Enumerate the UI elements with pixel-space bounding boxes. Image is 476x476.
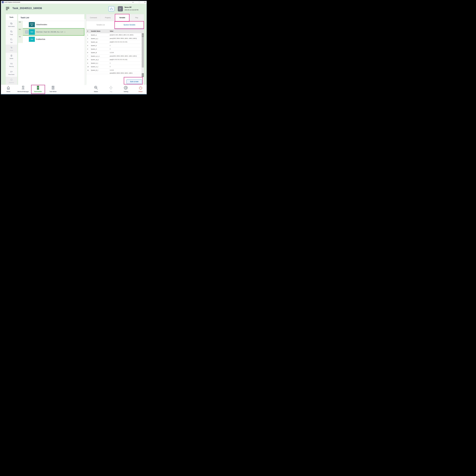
cell-num: 1 <box>86 34 91 36</box>
cell-name: System_B <box>91 52 110 53</box>
tool-item[interactable]: Paste <box>6 45 17 53</box>
maximize-button[interactable] <box>138 1 141 4</box>
tool-item[interactable]: Cut <box>6 37 17 45</box>
page-title: Task_20240513_160036 <box>12 7 42 10</box>
variable-subtab-bar: Variable List System Variable <box>86 21 144 29</box>
table-row[interactable]: 1 System_a posx(0.0, 34.5, 1652.5, 180.0… <box>86 33 144 37</box>
tool-item-label: Cut <box>11 42 12 43</box>
nav-item-label: Task Builder <box>30 91 46 92</box>
nav-item-label: Home <box>0 91 17 92</box>
nav-item[interactable]: Workcell Manager <box>15 85 31 92</box>
cell-value: 1 <box>110 62 144 65</box>
nav-item[interactable]: Task Builder <box>30 85 46 92</box>
tab[interactable]: Play <box>130 14 144 21</box>
task-list-panel: Task List 000 Global Var. GlobalVariable… <box>18 14 84 85</box>
scroll-down-button[interactable]: ▼ <box>142 73 144 77</box>
task-row[interactable]: 002 End EndMainSub <box>18 36 84 43</box>
nav-item[interactable]: Home <box>0 85 17 92</box>
cell-num: 4 <box>86 45 91 46</box>
manual-hand-icon[interactable] <box>118 6 123 11</box>
task-row-badge: End <box>29 37 35 42</box>
cell-num: 10 <box>86 66 91 68</box>
subtab[interactable]: System Variable <box>115 21 144 29</box>
table-row[interactable]: 7 System_a_1_1 posx(100.0, 500.0, 500.0,… <box>86 54 144 58</box>
nav-item[interactable]: Setting <box>118 85 134 92</box>
nav-item[interactable]: Power <box>133 85 148 92</box>
nav-item[interactable]: Status <box>88 85 104 92</box>
edit-add-button[interactable]: Edit & Add <box>126 79 142 84</box>
col-header-num: # <box>86 30 91 32</box>
table-row[interactable]: posx(400.0, 500.0, 500.0, 180.0, -180.0, <box>86 72 144 74</box>
tool-item-label: Delete <box>10 58 13 59</box>
close-button[interactable]: ✕ <box>144 1 146 4</box>
cell-name: System_a_1 <box>91 38 110 39</box>
chevron-down-icon[interactable] <box>25 30 29 34</box>
cell-name: System_b_1 <box>91 62 110 64</box>
table-row[interactable]: 11 System_B_1 1,2,3,4 <box>86 68 144 72</box>
menu-icon[interactable] <box>6 7 9 11</box>
task-row[interactable]: 001 Start MainSub ( Task Vel. 250.000, A… <box>18 28 84 36</box>
tab[interactable]: Property <box>101 14 115 21</box>
tool-item[interactable]: Delete <box>6 53 17 61</box>
cell-value: 2 <box>110 65 144 68</box>
tab[interactable]: Variable <box>115 14 130 21</box>
bottom-navigation: Home Workcell Manager Task Builder Task … <box>1 85 147 94</box>
table-scrollbar[interactable]: ▲ ▼ <box>142 33 144 77</box>
tool-item-label: Multi-Select <box>8 26 15 27</box>
cell-name: System_a_1_1 <box>91 55 110 57</box>
tool-item-label: Row Up <box>9 66 14 67</box>
right-panel: Command Property Variable Play Variable … <box>86 14 144 85</box>
col-header-name: Variable Name <box>91 30 110 32</box>
tool-item[interactable]: Suppress <box>6 77 17 85</box>
cell-num: 9 <box>86 62 91 64</box>
table-row[interactable]: 4 System_b 1 <box>86 44 144 47</box>
tool-item[interactable]: Row Down <box>6 69 17 77</box>
table-header: # Variable Name Value <box>86 29 144 33</box>
system-variable-table: # Variable Name Value 1 System_a posx(0.… <box>86 29 144 74</box>
nav-item-label: Workcell Manager <box>15 91 31 92</box>
cell-name: System_a <box>91 34 110 36</box>
nav-item[interactable]: Jog <box>103 85 119 92</box>
robot-gripper-icon <box>109 7 113 11</box>
task-row[interactable]: 000 Global Var. GlobalVariables <box>18 21 84 28</box>
header-divider <box>116 7 116 11</box>
task-row-badge: Start <box>29 29 35 35</box>
tool-item[interactable]: Row Up <box>6 61 17 69</box>
app-window: D DART-Platform GV02110200 ✕ Task_202405… <box>1 1 147 95</box>
task-row-number: 001 <box>18 28 23 36</box>
tool-item[interactable]: Multi-Select <box>6 20 17 29</box>
task-row-number: 002 <box>18 36 23 43</box>
task-row-label: GlobalVariables <box>36 21 47 28</box>
cell-name: System_A_1 <box>91 66 110 68</box>
cell-num: 7 <box>86 55 91 57</box>
subtab[interactable]: Variable List <box>86 21 115 29</box>
table-row[interactable]: 9 System_b_1 1 <box>86 61 144 65</box>
tool-item-label: Suppress <box>9 82 14 83</box>
cell-value: 1,2,3,4 <box>110 69 144 72</box>
scrollbar-thumb[interactable] <box>142 37 144 68</box>
tab[interactable]: Command <box>86 14 101 21</box>
table-row[interactable]: 3 System_aa posj(0.0, 0.0, 0.0, 0.0, 0.0… <box>86 40 144 44</box>
table-row[interactable]: 8 System_aa_1 posj(0.0, 0.0, 0.0, 0.0, 0… <box>86 58 144 61</box>
cell-value: 2 <box>110 48 144 51</box>
table-row[interactable]: 5 System_A 2 <box>86 47 144 51</box>
cell-name: System_aa_1 <box>91 59 110 60</box>
minimize-button[interactable] <box>132 1 135 4</box>
nav-item[interactable]: Task Writer <box>45 85 61 92</box>
cell-num: 2 <box>86 38 91 39</box>
tools-panel-title: Tools <box>6 14 17 20</box>
task-row-badge: Global Var. <box>29 22 35 27</box>
task-row-label: MainSub ( Task Vel. 250.000, Acc. 1,0⋯ ) <box>36 28 65 36</box>
table-row[interactable]: 6 System_B 1,2,3,4 <box>86 51 144 54</box>
cell-value: posj(0.0, 0.0, 0.0, 0.0, 0.0, 0.0) <box>110 58 144 61</box>
servo-timestamp: 2024.05.13 4:01:55 PM <box>124 9 138 11</box>
cell-num: 8 <box>86 59 91 60</box>
robot-gripper-button[interactable] <box>108 6 114 11</box>
table-row[interactable]: 10 System_A_1 2 <box>86 65 144 68</box>
tool-item[interactable]: Copy <box>6 29 17 36</box>
scroll-up-button[interactable]: ▲ <box>142 33 144 37</box>
cell-num: 11 <box>86 69 91 71</box>
table-row[interactable]: 2 System_a_1 posx(100.0, 500.0, 500.0, 1… <box>86 37 144 40</box>
task-list-scrollbar[interactable] <box>85 19 86 85</box>
cell-name: System_A <box>91 48 110 50</box>
